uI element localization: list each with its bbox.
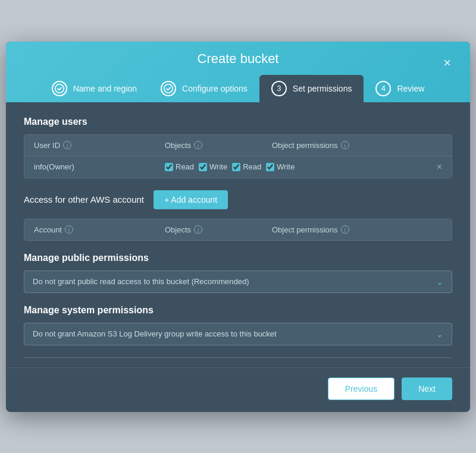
previous-button[interactable]: Previous [328, 378, 394, 400]
write-objects-checkbox[interactable] [199, 163, 207, 171]
account-obj-perms-info-icon[interactable]: i [341, 225, 349, 234]
obj-perms-info-icon[interactable]: i [341, 141, 349, 149]
modal-title: Create bucket [198, 51, 279, 67]
step-set-permissions[interactable]: 3 Set permissions [259, 75, 364, 102]
remove-user-button[interactable]: × [437, 162, 442, 172]
write-objects-checkbox-group[interactable]: Write [199, 162, 227, 171]
step4-number-icon: 4 [375, 81, 391, 96]
step-review[interactable]: 4 Review [364, 75, 436, 102]
write-objects-label: Write [209, 162, 227, 171]
modal-title-row: Create bucket × [20, 51, 456, 75]
read-objects-checkbox-group[interactable]: Read [165, 162, 194, 171]
step-configure-options[interactable]: Configure options [149, 75, 259, 102]
step4-label: Review [397, 84, 424, 93]
account-table: Account i Objects i Object permissions i [24, 219, 452, 241]
account-header: Account i [34, 225, 165, 234]
write-perms-checkbox-group[interactable]: Write [266, 162, 295, 171]
access-other-account-row: Access for other AWS account + Add accou… [24, 190, 452, 209]
account-info-icon[interactable]: i [65, 225, 73, 234]
user-id-info-icon[interactable]: i [63, 141, 71, 149]
create-bucket-modal: Create bucket × Name and region [6, 42, 470, 412]
step1-check-icon [52, 81, 67, 96]
svg-point-1 [164, 84, 173, 92]
manage-system-permissions-title: Manage system permissions [24, 305, 452, 316]
public-permissions-dropdown[interactable]: Do not grant public read access to this … [24, 270, 452, 293]
step1-label: Name and region [73, 84, 137, 93]
public-permissions-value: Do not grant public read access to this … [33, 277, 249, 286]
system-permissions-dropdown[interactable]: Do not grant Amazon S3 Log Delivery grou… [24, 323, 452, 345]
objects-info-icon[interactable]: i [194, 141, 202, 149]
add-account-button[interactable]: + Add account [154, 190, 228, 209]
write-perms-label: Write [277, 162, 295, 171]
write-perms-checkbox[interactable] [266, 163, 274, 171]
read-perms-checkbox-group[interactable]: Read [232, 162, 261, 171]
step-name-and-region[interactable]: Name and region [40, 75, 149, 102]
system-permissions-chevron-icon: ⌄ [436, 329, 443, 339]
step2-label: Configure options [182, 84, 248, 93]
close-button[interactable]: × [439, 54, 456, 72]
objects-header: Objects i [165, 141, 272, 150]
modal-body: Manage users User ID i Objects i Object … [6, 102, 470, 358]
account-table-header: Account i Objects i Object permissions i [24, 219, 452, 240]
modal-header: Create bucket × Name and region [6, 42, 470, 102]
step3-label: Set permissions [293, 84, 352, 93]
read-objects-label: Read [176, 162, 194, 171]
account-objects-info-icon[interactable]: i [194, 225, 202, 234]
table-row: info(Owner) Read Write Read [24, 156, 452, 178]
steps-row: Name and region Configure options 3 Set … [20, 75, 456, 102]
users-table: User ID i Objects i Object permissions i… [24, 134, 452, 178]
step2-check-icon [161, 81, 176, 96]
step3-number-icon: 3 [271, 81, 287, 96]
user-id-header: User ID i [34, 141, 165, 150]
svg-point-0 [55, 84, 63, 92]
permissions-cell: Read Write Read Write [165, 162, 424, 171]
access-other-account-label: Access for other AWS account [24, 194, 144, 205]
user-id-cell: info(Owner) [34, 162, 165, 171]
footer-divider [24, 357, 452, 358]
read-perms-label: Read [243, 162, 261, 171]
account-obj-perms-header: Object permissions i [272, 225, 442, 234]
read-objects-checkbox[interactable] [165, 163, 173, 171]
read-perms-checkbox[interactable] [232, 163, 240, 171]
row-remove-cell: × [424, 162, 442, 172]
manage-public-permissions-title: Manage public permissions [24, 253, 452, 263]
next-button[interactable]: Next [402, 378, 452, 400]
manage-users-title: Manage users [24, 117, 452, 127]
system-permissions-value: Do not grant Amazon S3 Log Delivery grou… [33, 329, 277, 338]
account-objects-header: Objects i [165, 225, 272, 234]
modal-footer: Previous Next [6, 367, 470, 412]
public-permissions-chevron-icon: ⌄ [436, 277, 443, 287]
object-permissions-header: Object permissions i [272, 141, 442, 150]
users-table-header: User ID i Objects i Object permissions i [24, 135, 452, 156]
